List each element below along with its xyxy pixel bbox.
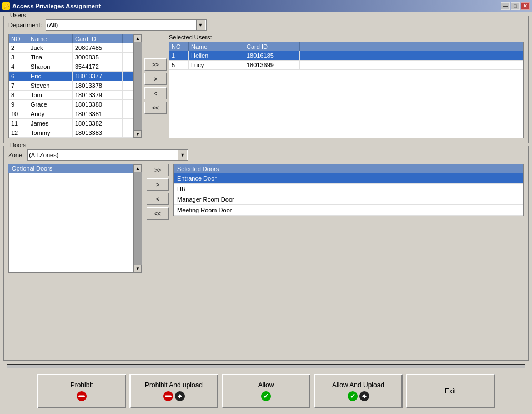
table-row[interactable]: 8 Tom 18013379 xyxy=(9,91,133,100)
table-row[interactable]: 3 Tina 3000835 xyxy=(9,53,133,62)
transfer-right-btn[interactable]: > xyxy=(144,73,167,85)
door-row[interactable]: HR xyxy=(174,184,523,194)
department-label: Department: xyxy=(8,22,42,28)
doors-transfer-all-right-btn[interactable]: >> xyxy=(147,164,169,176)
app-icon: 🔑 xyxy=(2,2,10,10)
doors-scroll-up[interactable]: ▲ xyxy=(134,164,142,172)
selected-users-section: Selected Users: NO Name Card ID 1 Hellen… xyxy=(169,34,524,138)
scroll-down-btn[interactable]: ▼ xyxy=(134,130,142,138)
table-row[interactable]: 9 Grace 18013380 xyxy=(9,100,133,109)
optional-doors-table: Optional Doors xyxy=(8,164,133,273)
title-bar: 🔑 Access Privileges Assignment — □ ✕ xyxy=(0,0,532,12)
doors-group-label: Doors xyxy=(8,142,28,148)
table-row[interactable]: 12 Tommy 18013383 xyxy=(9,128,133,138)
selected-users-label: Selected Users: xyxy=(169,34,524,41)
minimize-button[interactable]: — xyxy=(501,2,510,10)
scroll-track xyxy=(134,42,142,130)
svg-marker-0 xyxy=(178,394,182,398)
optional-doors-panel: Optional Doors ▲ ▼ xyxy=(8,164,142,273)
col-no-header-right: NO xyxy=(169,42,189,51)
svg-marker-1 xyxy=(362,394,367,398)
allow-upload-upload-icon xyxy=(359,391,369,401)
department-row: Department: (All) ▼ xyxy=(8,19,524,31)
users-group-label: Users xyxy=(8,12,28,18)
maximize-button[interactable]: □ xyxy=(511,2,520,10)
col-name-header-right: Name xyxy=(189,42,244,51)
doors-transfer-all-left-btn[interactable]: << xyxy=(147,207,169,220)
zone-label: Zone: xyxy=(8,152,24,158)
table-row[interactable]: 5 Lucy 18013699 xyxy=(169,61,523,70)
users-left-body: 2 Jack 20807485 3 Tina 3000835 4 Sharon xyxy=(9,43,133,138)
doors-scroll-track xyxy=(134,172,142,265)
transfer-all-right-btn[interactable]: >> xyxy=(144,58,167,71)
department-dropdown-arrow: ▼ xyxy=(196,20,205,30)
table-row[interactable]: 7 Steven 18013378 xyxy=(9,81,133,91)
doors-transfer-left-btn[interactable]: < xyxy=(147,193,169,205)
prohibit-upload-prohibit-icon xyxy=(163,391,173,401)
col-cardid-header: Card ID xyxy=(73,34,123,43)
table-row[interactable]: 11 James 18013382 xyxy=(9,119,133,128)
prohibit-upload-upload-icon xyxy=(175,391,185,401)
zone-value: (All Zones) xyxy=(29,152,58,158)
window-controls: — □ ✕ xyxy=(501,2,530,10)
department-value: (All) xyxy=(47,22,58,28)
transfer-left-btn[interactable]: < xyxy=(144,87,167,99)
col-cardid-header-right: Card ID xyxy=(244,42,300,51)
department-dropdown[interactable]: (All) ▼ xyxy=(46,19,207,31)
main-content: Users Department: (All) ▼ NO Name Card I… xyxy=(0,12,532,414)
zone-dropdown-arrow: ▼ xyxy=(178,150,187,160)
doors-scroll-down[interactable]: ▼ xyxy=(134,265,142,272)
allow-button[interactable]: Allow xyxy=(222,374,310,408)
selected-doors-body: Entrance Door HR Manager Room Door Meeti… xyxy=(174,173,523,216)
window-title: Access Privileges Assignment xyxy=(12,3,101,9)
col-no-header: NO xyxy=(9,34,28,43)
table-row[interactable]: 6 Eric 18013377 xyxy=(9,72,133,81)
users-left-table: NO Name Card ID 2 Jack 20807485 3 Tina xyxy=(8,34,133,138)
exit-button[interactable]: Exit xyxy=(406,374,495,408)
allow-label: Allow xyxy=(258,381,274,389)
table-row[interactable]: 2 Jack 20807485 xyxy=(9,43,133,53)
scroll-up-btn[interactable]: ▲ xyxy=(134,34,142,42)
prohibit-upload-label: Prohibit And upload xyxy=(145,381,203,389)
table-row[interactable]: 1 Hellen 18016185 xyxy=(169,51,523,61)
allow-upload-label: Allow And Upload xyxy=(332,381,384,389)
zone-dropdown[interactable]: (All Zones) ▼ xyxy=(27,149,188,161)
allow-upload-button[interactable]: Allow And Upload xyxy=(314,374,403,408)
prohibit-label: Prohibit xyxy=(71,381,93,389)
users-scrollbar[interactable]: ▲ ▼ xyxy=(133,34,142,138)
zone-row: Zone: (All Zones) ▼ xyxy=(8,149,524,161)
doors-group: Doors Zone: (All Zones) ▼ Optional Doors… xyxy=(3,146,529,361)
users-group: Users Department: (All) ▼ NO Name Card I… xyxy=(3,16,529,143)
users-transfer-buttons: >> > < << xyxy=(142,34,169,138)
col-name-header: Name xyxy=(28,34,73,43)
door-row[interactable]: Manager Room Door xyxy=(174,194,523,205)
prohibit-icon xyxy=(77,391,87,401)
doors-scrollbar[interactable]: ▲ ▼ xyxy=(133,164,142,273)
selected-doors-section: Selected Doors Entrance Door HR Manager … xyxy=(173,164,524,216)
door-row[interactable]: Meeting Room Door xyxy=(174,205,523,216)
transfer-all-left-btn[interactable]: << xyxy=(144,102,167,114)
users-left-header: NO Name Card ID xyxy=(9,34,133,43)
selected-doors-header: Selected Doors xyxy=(174,164,523,173)
doors-transfer-right-btn[interactable]: > xyxy=(147,178,169,191)
users-main: NO Name Card ID 2 Jack 20807485 3 Tina xyxy=(8,34,524,138)
users-right-body: 1 Hellen 18016185 5 Lucy 18013699 xyxy=(169,51,523,70)
exit-label: Exit xyxy=(445,387,456,395)
bottom-buttons: Prohibit Prohibit And upload Allow Allow… xyxy=(3,372,529,411)
close-button[interactable]: ✕ xyxy=(521,2,530,10)
table-row[interactable]: 10 Andy 18013381 xyxy=(9,109,133,119)
selected-doors-table: Selected Doors Entrance Door HR Manager … xyxy=(173,164,524,216)
prohibit-upload-button[interactable]: Prohibit And upload xyxy=(129,374,218,408)
allow-upload-allow-icon xyxy=(348,391,358,401)
progress-bar xyxy=(7,364,525,368)
optional-doors-header: Optional Doors xyxy=(8,164,133,173)
allow-icon xyxy=(261,391,271,401)
prohibit-button[interactable]: Prohibit xyxy=(37,374,126,408)
table-row[interactable]: 4 Sharon 3544172 xyxy=(9,62,133,72)
users-right-table: NO Name Card ID 1 Hellen 18016185 5 Lucy xyxy=(169,42,524,138)
doors-layout: Optional Doors ▲ ▼ >> > < << Selecte xyxy=(8,164,524,273)
door-row[interactable]: Entrance Door xyxy=(174,173,523,184)
optional-doors-body xyxy=(8,173,133,273)
doors-transfer-buttons: >> > < << xyxy=(144,164,171,220)
users-right-header: NO Name Card ID xyxy=(169,42,523,51)
